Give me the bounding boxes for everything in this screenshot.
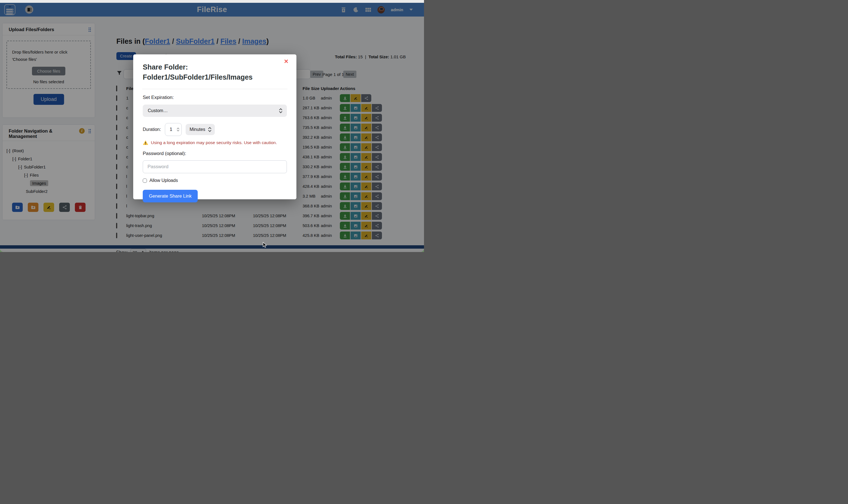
select-chevrons-icon xyxy=(209,128,211,131)
duration-label: Duration: xyxy=(143,127,161,132)
password-label: Password (optional): xyxy=(143,151,287,157)
modal-title: Share Folder: Folder1/SubFolder1/Files/I… xyxy=(143,62,275,82)
generate-share-link-button[interactable]: Generate Share Link xyxy=(143,190,198,202)
warning-icon xyxy=(143,140,148,145)
mouse-cursor xyxy=(263,242,267,248)
duration-unit-select[interactable]: Minutes xyxy=(186,124,215,135)
allow-uploads-checkbox[interactable] xyxy=(143,179,147,183)
expiration-label: Set Expiration: xyxy=(143,95,287,100)
allow-uploads-row: Allow Uploads xyxy=(143,178,287,183)
select-chevrons-icon xyxy=(280,109,282,113)
duration-row: Duration: 1 Minutes xyxy=(143,123,287,136)
expiration-warning: Using a long expiration may pose securit… xyxy=(143,140,287,145)
duration-stepper[interactable]: 1 xyxy=(165,123,182,136)
filerise-app: FileRise admin xyxy=(0,3,424,252)
close-icon[interactable]: ✕ xyxy=(282,58,290,65)
password-field[interactable] xyxy=(143,160,287,173)
expiration-select[interactable]: Custom… xyxy=(143,105,287,117)
screen: FileRise admin xyxy=(0,0,424,252)
stepper-arrows-icon xyxy=(177,128,179,131)
allow-uploads-label: Allow Uploads xyxy=(149,178,178,183)
browser-chrome-strip xyxy=(0,0,424,3)
share-folder-modal: ✕ Share Folder: Folder1/SubFolder1/Files… xyxy=(133,54,296,199)
